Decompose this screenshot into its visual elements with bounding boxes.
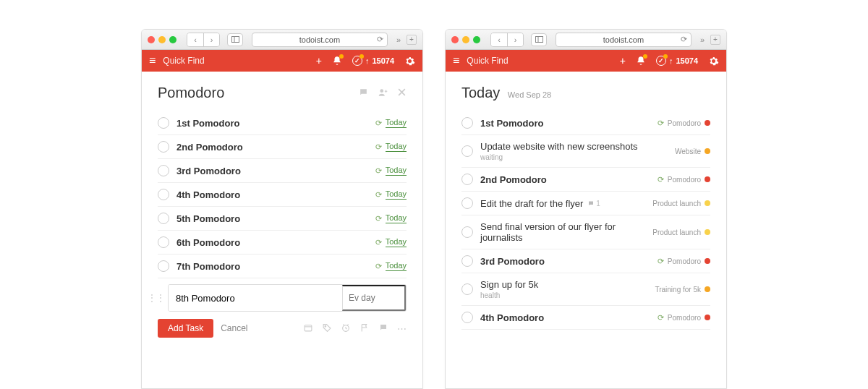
task-row[interactable]: 1st Pomodoro⟳Today bbox=[158, 111, 407, 135]
flag-icon[interactable] bbox=[359, 323, 370, 334]
comment-count[interactable]: 1 bbox=[587, 200, 600, 208]
label-icon[interactable] bbox=[322, 323, 332, 334]
task-title: 3rd Pomodoro bbox=[176, 166, 368, 176]
settings-icon[interactable] bbox=[708, 56, 719, 67]
due-date-badge[interactable]: Today bbox=[386, 189, 407, 200]
close-window-icon[interactable] bbox=[451, 36, 459, 43]
task-subtext: waiting bbox=[480, 153, 668, 161]
task-checkbox[interactable] bbox=[158, 260, 169, 272]
due-date-badge[interactable]: Today bbox=[386, 237, 407, 247]
sidebar-toggle-button[interactable] bbox=[227, 33, 243, 46]
more-actions-icon[interactable] bbox=[397, 87, 407, 98]
project-picker-icon[interactable] bbox=[303, 323, 313, 334]
close-window-icon[interactable] bbox=[148, 36, 155, 43]
task-checkbox[interactable] bbox=[461, 283, 473, 295]
minimize-window-icon[interactable] bbox=[462, 36, 469, 43]
task-checkbox[interactable] bbox=[461, 145, 473, 157]
task-checkbox[interactable] bbox=[158, 165, 169, 176]
new-tab-button[interactable]: + bbox=[710, 35, 720, 45]
minimize-window-icon[interactable] bbox=[158, 36, 166, 43]
add-task-icon[interactable]: + bbox=[620, 55, 626, 67]
notifications-icon[interactable] bbox=[332, 56, 342, 66]
add-task-button[interactable]: Add Task bbox=[158, 319, 213, 338]
task-row[interactable]: Send final version of our flyer for jour… bbox=[461, 215, 710, 249]
task-checkbox[interactable] bbox=[461, 312, 473, 323]
more-toolbar-icon[interactable]: » bbox=[396, 35, 401, 44]
notifications-icon[interactable] bbox=[636, 56, 646, 66]
project-label[interactable]: Product launch bbox=[652, 228, 701, 236]
menu-icon[interactable]: ≡ bbox=[149, 54, 156, 67]
task-row[interactable]: Edit the draft for the flyer1Product lau… bbox=[461, 192, 710, 215]
task-checkbox[interactable] bbox=[158, 189, 169, 200]
reload-icon[interactable]: ⟳ bbox=[377, 35, 383, 44]
task-row[interactable]: 5th Pomodoro⟳Today bbox=[158, 207, 407, 231]
task-row[interactable]: 3rd Pomodoro⟳Pomodoro bbox=[461, 249, 710, 273]
schedule-input[interactable] bbox=[342, 285, 406, 311]
cancel-button[interactable]: Cancel bbox=[221, 323, 247, 333]
project-dot bbox=[705, 286, 710, 292]
reminder-icon[interactable] bbox=[341, 323, 351, 334]
task-checkbox[interactable] bbox=[461, 197, 473, 209]
task-checkbox[interactable] bbox=[158, 213, 169, 224]
reload-icon[interactable]: ⟳ bbox=[681, 35, 687, 44]
forward-button[interactable]: › bbox=[507, 33, 523, 46]
project-label[interactable]: Website bbox=[675, 148, 701, 155]
task-row[interactable]: 2nd Pomodoro⟳Today bbox=[158, 135, 407, 159]
task-checkbox[interactable] bbox=[461, 174, 473, 185]
task-title: 5th Pomodoro bbox=[176, 213, 368, 224]
task-row[interactable]: 6th Pomodoro⟳Today bbox=[158, 231, 407, 255]
search-input[interactable]: Quick Find bbox=[163, 56, 308, 66]
search-input[interactable]: Quick Find bbox=[467, 56, 612, 66]
maximize-window-icon[interactable] bbox=[169, 36, 176, 43]
task-row[interactable]: 4th Pomodoro⟳Today bbox=[158, 183, 407, 207]
karma-counter[interactable]: ✓ ↑15074 bbox=[352, 56, 394, 66]
due-date-badge[interactable]: Today bbox=[386, 261, 407, 271]
task-checkbox[interactable] bbox=[158, 141, 169, 153]
project-label[interactable]: Pomodoro bbox=[668, 176, 701, 184]
comment-icon[interactable] bbox=[378, 323, 388, 334]
task-title: 3rd Pomodoro bbox=[480, 256, 650, 267]
forward-button[interactable]: › bbox=[203, 33, 219, 46]
task-checkbox[interactable] bbox=[461, 255, 473, 267]
due-date-badge[interactable]: Today bbox=[386, 142, 407, 152]
menu-icon[interactable]: ≡ bbox=[453, 54, 459, 67]
task-checkbox[interactable] bbox=[158, 236, 169, 248]
karma-counter[interactable]: ✓ ↑15074 bbox=[656, 56, 698, 66]
share-icon[interactable] bbox=[378, 87, 388, 98]
new-tab-button[interactable]: + bbox=[407, 35, 417, 45]
task-checkbox[interactable] bbox=[461, 226, 473, 238]
due-date-badge[interactable]: Today bbox=[386, 213, 407, 223]
project-label[interactable]: Product launch bbox=[652, 200, 701, 208]
url-bar[interactable]: todoist.com ⟳ bbox=[252, 33, 388, 47]
task-row[interactable]: 7th Pomodoro⟳Today bbox=[158, 255, 407, 278]
due-date-badge[interactable]: Today bbox=[386, 118, 407, 128]
project-label[interactable]: Training for 5k bbox=[655, 286, 701, 294]
browser-chrome: ‹ › todoist.com ⟳ » + bbox=[446, 30, 726, 50]
task-checkbox[interactable] bbox=[158, 117, 169, 129]
sidebar-toggle-button[interactable] bbox=[531, 33, 547, 46]
task-row[interactable]: 1st Pomodoro⟳Pomodoro bbox=[461, 111, 710, 135]
more-toolbar-icon[interactable]: » bbox=[700, 35, 705, 44]
settings-icon[interactable] bbox=[404, 56, 415, 67]
drag-handle-icon[interactable]: ⋮⋮ bbox=[148, 293, 165, 303]
comments-icon[interactable] bbox=[358, 87, 369, 98]
add-task-icon[interactable]: + bbox=[316, 55, 322, 67]
task-row[interactable]: 2nd Pomodoro⟳Pomodoro bbox=[461, 168, 710, 192]
task-row[interactable]: 3rd Pomodoro⟳Today bbox=[158, 159, 407, 183]
task-checkbox[interactable] bbox=[461, 117, 473, 129]
url-bar[interactable]: todoist.com ⟳ bbox=[556, 33, 692, 47]
back-button[interactable]: ‹ bbox=[491, 33, 507, 46]
task-row[interactable]: Sign up for 5khealthTraining for 5k bbox=[461, 273, 710, 306]
back-button[interactable]: ‹ bbox=[187, 33, 203, 46]
due-date-badge[interactable]: Today bbox=[386, 166, 407, 176]
maximize-window-icon[interactable] bbox=[473, 36, 480, 43]
project-label[interactable]: Pomodoro bbox=[668, 257, 701, 265]
more-icon[interactable]: ⋯ bbox=[397, 323, 407, 334]
task-row[interactable]: 4th Pomodoro⟳Pomodoro bbox=[461, 306, 710, 330]
task-row[interactable]: Update website with new screenshotswaiti… bbox=[461, 135, 710, 168]
app-header: ≡ Quick Find + ✓ ↑15074 bbox=[446, 50, 726, 72]
new-task-input[interactable] bbox=[169, 285, 342, 311]
project-label[interactable]: Pomodoro bbox=[668, 314, 701, 322]
task-title: Sign up for 5k bbox=[480, 279, 647, 290]
project-label[interactable]: Pomodoro bbox=[668, 119, 701, 127]
